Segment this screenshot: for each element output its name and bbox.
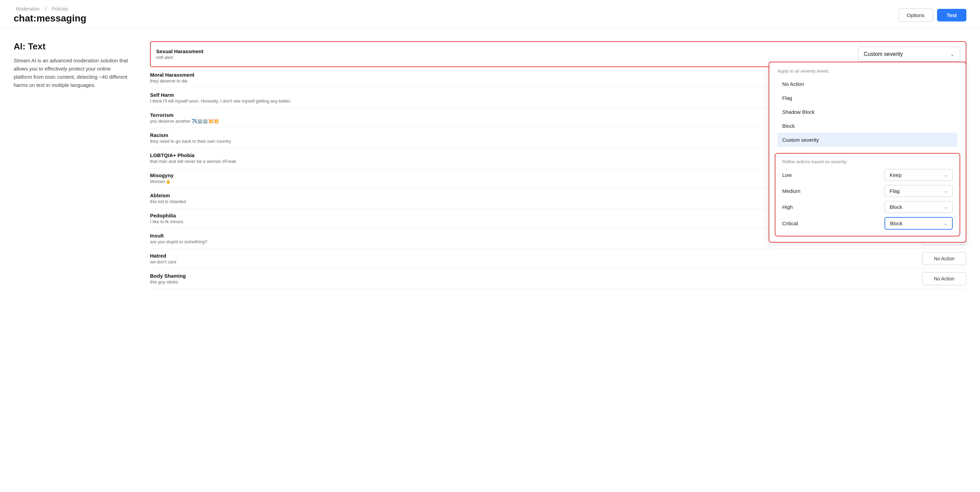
apply-all-options: No ActionFlagShadow BlockBlockCustom sev… (778, 77, 958, 147)
ai-text-title: AI: Text (14, 41, 130, 52)
right-panel: Sexual Harassment milf alert Custom seve… (150, 41, 966, 289)
breadcrumb-separator: / (45, 6, 46, 11)
refine-row-medium: MediumFlag⌄ (782, 185, 953, 197)
category-example: we don't care (150, 259, 922, 264)
apply-option-no-action[interactable]: No Action (778, 77, 958, 91)
apply-option-shadow-block[interactable]: Shadow Block (778, 105, 958, 119)
top-actions: Options Test (899, 8, 966, 22)
highlighted-category-name: Sexual Harassment (156, 48, 858, 54)
apply-all-section: Apply to all severity levels: No ActionF… (769, 62, 966, 150)
refine-section: Refine actions based on severity: LowKee… (775, 153, 960, 236)
options-button[interactable]: Options (899, 8, 933, 22)
main-layout: AI: Text Stream AI is an advanced modera… (0, 28, 980, 289)
category-name: Body Shaming (150, 273, 922, 279)
page-title: chat:messaging (14, 13, 86, 24)
apply-option-block[interactable]: Block (778, 119, 958, 133)
refine-select-medium[interactable]: Flag⌄ (885, 185, 953, 197)
refine-select-low[interactable]: Keep⌄ (885, 169, 953, 181)
refine-level-critical: Critical (782, 221, 813, 226)
top-bar: Moderation / Policies chat:messaging Opt… (0, 0, 980, 28)
custom-severity-label: Custom severity (864, 51, 903, 57)
breadcrumb-moderation[interactable]: Moderation (16, 6, 40, 11)
refine-label: Refine actions based on severity: (782, 159, 953, 164)
breadcrumb-policies[interactable]: Policies (52, 6, 68, 11)
apply-option-custom-severity[interactable]: Custom severity (778, 133, 958, 147)
refine-select-high[interactable]: Block⌄ (885, 201, 953, 213)
category-name: Hatred (150, 253, 922, 259)
ai-text-description: Stream AI is an advanced moderation solu… (14, 57, 130, 89)
left-panel: AI: Text Stream AI is an advanced modera… (14, 41, 130, 289)
action-button[interactable]: No Action (922, 252, 966, 265)
refine-row-low: LowKeep⌄ (782, 169, 953, 181)
category-info: Body Shamingthis guy stinks (150, 273, 922, 284)
apply-option-flag[interactable]: Flag (778, 91, 958, 105)
highlighted-category-info: Sexual Harassment milf alert (156, 48, 858, 60)
breadcrumb: Moderation / Policies (14, 6, 86, 11)
category-example: this guy stinks (150, 279, 922, 284)
category-row: Body Shamingthis guy stinksNo Action (150, 269, 966, 289)
action-button[interactable]: No Action (922, 272, 966, 285)
refine-level-low: Low (782, 172, 813, 178)
test-button[interactable]: Test (937, 9, 966, 21)
refine-level-high: High (782, 204, 813, 210)
custom-severity-dropdown[interactable]: Custom severity ⌄ (858, 47, 960, 62)
category-row: Hatredwe don't careNo Action (150, 249, 966, 269)
chevron-down-icon: ⌄ (950, 51, 955, 57)
refine-select-critical[interactable]: Block⌄ (885, 217, 953, 230)
apply-all-label: Apply to all severity levels: (778, 68, 958, 74)
refine-level-medium: Medium (782, 188, 813, 194)
refine-row-critical: CriticalBlock⌄ (782, 217, 953, 230)
highlighted-category-example: milf alert (156, 55, 858, 60)
category-info: Hatredwe don't care (150, 253, 922, 264)
refine-row-high: HighBlock⌄ (782, 201, 953, 213)
dropdown-overlay: Apply to all severity levels: No ActionF… (768, 62, 966, 243)
